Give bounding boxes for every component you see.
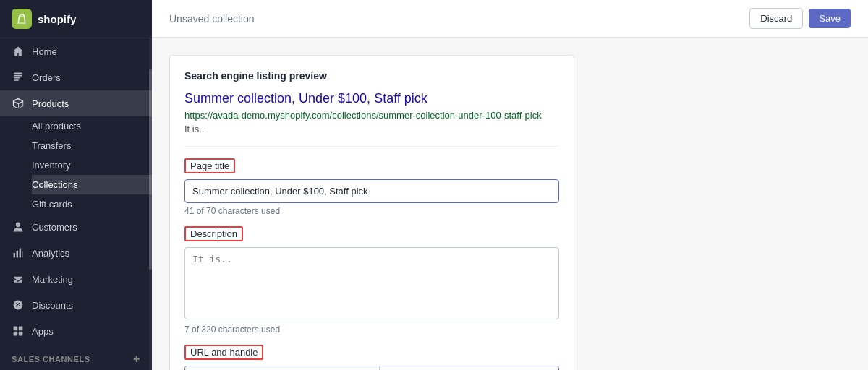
sidebar-item-gift-cards[interactable]: Gift cards	[32, 194, 152, 214]
page-title-char-count: 41 of 70 characters used	[184, 206, 559, 216]
page-title-input[interactable]	[184, 179, 559, 203]
all-products-label: All products	[32, 121, 81, 132]
svg-rect-3	[20, 249, 21, 258]
sidebar-item-transfers[interactable]: Transfers	[32, 136, 152, 155]
home-icon	[12, 45, 25, 58]
sidebar-nav: Home Orders Products All products Transf…	[0, 38, 152, 370]
sales-channels-section: SALES CHANNELS +	[0, 344, 152, 369]
main-area: Unsaved collection Discard Save Search e…	[152, 0, 868, 370]
seo-preview-description: It is..	[184, 124, 559, 134]
topbar: Unsaved collection Discard Save	[152, 0, 868, 38]
shopify-bag-icon	[12, 9, 32, 29]
sales-channels-label: SALES CHANNELS	[12, 355, 90, 363]
sidebar-home-label: Home	[32, 46, 57, 57]
sidebar-orders-label: Orders	[32, 72, 61, 83]
gift-cards-label: Gift cards	[32, 199, 72, 210]
svg-point-0	[16, 223, 20, 227]
content-area: Search engine listing preview Summer col…	[152, 38, 868, 370]
sidebar-products-label: Products	[32, 98, 69, 109]
sidebar-item-inventory[interactable]: Inventory	[32, 155, 152, 175]
svg-rect-8	[19, 332, 23, 336]
seo-preview-url: https://avada-demo.myshopify.com/collect…	[184, 110, 559, 121]
sidebar-analytics-label: Analytics	[32, 248, 69, 259]
marketing-icon	[12, 272, 25, 285]
seo-card: Search engine listing preview Summer col…	[169, 55, 574, 370]
products-icon	[12, 97, 25, 110]
page-title-label: Page title	[190, 160, 229, 171]
section-divider	[184, 146, 559, 147]
svg-rect-6	[19, 327, 23, 331]
sidebar-scrollbar	[149, 36, 152, 370]
sidebar-item-analytics[interactable]: Analytics	[0, 240, 152, 266]
seo-section-title: Search engine listing preview	[184, 70, 559, 82]
svg-rect-5	[14, 327, 18, 331]
collections-label: Collections	[32, 179, 78, 190]
save-button[interactable]: Save	[809, 9, 851, 28]
url-prefix: https://avada-demo.myshopify.com/collect…	[185, 366, 380, 370]
page-title-label-wrapper: Page title	[184, 158, 235, 173]
url-label-wrapper: URL and handle	[184, 345, 263, 360]
analytics-icon	[12, 246, 25, 259]
svg-rect-4	[22, 251, 23, 257]
sidebar: shopify Home Orders Products All produc	[0, 0, 152, 370]
page-title: Unsaved collection	[169, 13, 255, 25]
sidebar-scrollbar-thumb	[149, 69, 152, 270]
sidebar-item-home[interactable]: Home	[0, 38, 152, 64]
apps-icon	[12, 324, 25, 337]
sidebar-apps-label: Apps	[32, 326, 54, 337]
inventory-label: Inventory	[32, 160, 70, 171]
description-label-wrapper: Description	[184, 226, 243, 241]
sidebar-item-products[interactable]: Products	[0, 90, 152, 116]
description-label: Description	[190, 228, 237, 239]
discard-button[interactable]: Discard	[749, 8, 803, 29]
svg-rect-2	[17, 251, 18, 258]
sidebar-item-all-products[interactable]: All products	[32, 116, 152, 136]
logo[interactable]: shopify	[0, 0, 152, 38]
logo-text: shopify	[38, 13, 76, 25]
sidebar-item-apps[interactable]: Apps	[0, 318, 152, 344]
customers-icon	[12, 220, 25, 233]
discounts-icon	[12, 298, 25, 311]
description-char-count: 7 of 320 characters used	[184, 324, 559, 335]
transfers-label: Transfers	[32, 140, 71, 151]
sidebar-item-discounts[interactable]: Discounts	[0, 292, 152, 318]
sidebar-item-marketing[interactable]: Marketing	[0, 266, 152, 292]
sidebar-item-collections[interactable]: Collections	[32, 175, 152, 194]
sidebar-item-orders[interactable]: Orders	[0, 64, 152, 90]
url-field-wrapper: https://avada-demo.myshopify.com/collect…	[184, 366, 559, 370]
sidebar-marketing-label: Marketing	[32, 274, 73, 285]
svg-rect-1	[14, 253, 15, 257]
seo-preview-title: Summer collection, Under $100, Staff pic…	[184, 90, 559, 107]
products-submenu: All products Transfers Inventory Collect…	[0, 116, 152, 214]
sidebar-item-customers[interactable]: Customers	[0, 214, 152, 240]
sidebar-customers-label: Customers	[32, 222, 77, 233]
orders-icon	[12, 71, 25, 84]
svg-rect-7	[14, 332, 18, 336]
url-handle-input[interactable]	[380, 366, 558, 370]
topbar-actions: Discard Save	[749, 8, 851, 29]
description-textarea[interactable]	[184, 247, 559, 319]
sidebar-discounts-label: Discounts	[32, 300, 73, 311]
url-label: URL and handle	[190, 347, 258, 358]
add-sales-channel-icon[interactable]: +	[133, 353, 140, 366]
